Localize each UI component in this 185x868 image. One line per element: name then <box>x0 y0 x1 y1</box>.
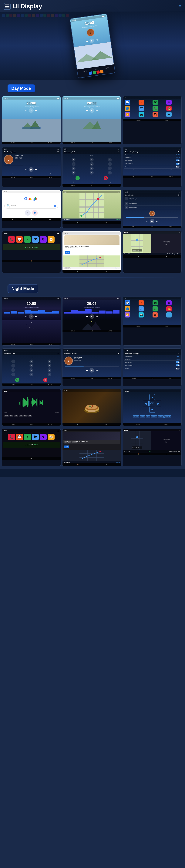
nav-n2-ac[interactable]: A/C <box>91 330 93 332</box>
wave-btn-5[interactable]: FAD <box>23 415 28 417</box>
nav-nr-home[interactable]: 🏠 <box>77 464 79 465</box>
nav-nc-ac[interactable]: A/C <box>30 384 33 385</box>
day2-prev-btn[interactable]: ⏮ <box>86 109 88 112</box>
nav-nm-auto[interactable]: AUTO <box>109 377 112 379</box>
nav-na-ac[interactable]: A/C <box>165 326 168 327</box>
day2-play-btn[interactable]: ⏸ <box>89 108 94 113</box>
prev-btn[interactable]: ⏮ <box>86 40 88 43</box>
nav-bts-auto[interactable]: AUTO <box>169 176 173 178</box>
nav-g-home[interactable]: 🏠 <box>12 219 14 220</box>
carplay-podcast[interactable]: 🎙 <box>40 236 47 243</box>
night-carplay-podcast[interactable]: 🎙 <box>40 434 47 440</box>
night-auto-connect-toggle[interactable] <box>176 365 180 366</box>
night-app-bt2[interactable]: BT <box>138 306 144 311</box>
night-app-settings[interactable]: ⚙ <box>166 300 171 305</box>
nav-play-ctrl[interactable]: ▶ <box>165 243 167 246</box>
dial-5[interactable]: 5 <box>90 162 94 166</box>
social-music-close[interactable]: ✕ <box>178 194 180 196</box>
menu-lines-icon[interactable]: ≡ <box>179 4 181 8</box>
dial-8[interactable]: 8 <box>90 166 94 170</box>
nav-left-btn[interactable]: ◀ <box>143 401 149 406</box>
nav-btc-email[interactable]: EMAIL <box>71 185 75 186</box>
google-profile-icon[interactable]: 👤 <box>32 210 38 216</box>
day1-next-btn[interactable]: ⏭ <box>35 109 37 112</box>
social-music-item-3[interactable]: ♪ 华乐_919E3.mp3 <box>124 206 181 210</box>
night-bt-call-close[interactable]: ✕ <box>57 352 59 354</box>
night-device-name-value[interactable]: CarBT <box>176 356 180 357</box>
carplay-music[interactable]: ♪ <box>24 236 31 243</box>
night-dial-9[interactable]: 9 <box>48 368 51 372</box>
night-dial-0[interactable]: 0 <box>29 373 33 376</box>
app-music[interactable]: ♪ <box>138 100 144 105</box>
bt-device-pin-value[interactable]: 0000 <box>177 157 180 158</box>
dial-2[interactable]: 2 <box>90 158 94 162</box>
nav3-email[interactable]: EMAIL <box>136 120 140 121</box>
social-prev-btn[interactable]: ⏮ <box>146 220 149 222</box>
nav-btm-email[interactable]: EMAIL <box>11 177 15 178</box>
night-dial-4[interactable]: 4 <box>11 364 15 368</box>
nav-n2-auto[interactable]: AUTO <box>109 330 112 332</box>
nav-na-email[interactable]: EMAIL <box>136 326 140 327</box>
dial-6[interactable]: 6 <box>108 162 112 166</box>
nav-nm-email[interactable]: EMAIL <box>71 377 75 379</box>
app-bt2[interactable]: BT <box>138 106 144 111</box>
dial-9[interactable]: 9 <box>108 166 112 170</box>
nav-s-auto[interactable]: AUTO <box>169 226 173 227</box>
nav-opt-5[interactable]: INFO <box>158 415 164 418</box>
night-carplay-music[interactable]: ♪ <box>24 434 31 440</box>
bt-settings-close[interactable]: ✕ <box>178 151 180 153</box>
nav-g-rec[interactable]: ⬜ <box>49 219 51 220</box>
app-wifi[interactable]: 📶 <box>125 112 130 117</box>
nav-ctrl-back[interactable]: BACK <box>164 424 168 425</box>
night-dial-8[interactable]: 8 <box>29 368 33 372</box>
bt-music-close[interactable]: ✕ <box>57 151 59 153</box>
nav-auto[interactable]: AUTO <box>48 142 52 144</box>
night2-prev-btn[interactable]: ⏮ <box>86 315 88 318</box>
hamburger-menu-icon[interactable] <box>4 3 10 10</box>
carplay-phone[interactable]: 📞 <box>8 236 15 243</box>
night-app-messages[interactable]: 💬 <box>125 300 130 305</box>
nav-up-btn[interactable]: ▲ <box>149 394 155 400</box>
nav-n-home[interactable]: 🏠 <box>137 256 139 257</box>
bt-prev-btn[interactable]: ⏮ <box>25 168 28 171</box>
night-dial-hash[interactable]: # <box>48 373 51 376</box>
social-next-btn[interactable]: ⏭ <box>156 220 158 222</box>
carplay-waze[interactable]: 🧭 <box>48 236 55 243</box>
night-auto-answer-toggle[interactable] <box>176 361 180 363</box>
nav-nc-auto[interactable]: AUTO <box>48 384 52 385</box>
social-play-btn[interactable]: ▶ <box>150 219 154 223</box>
wave-btn-6[interactable]: SUB <box>28 415 32 417</box>
night2-next-btn[interactable]: ⏭ <box>96 315 98 318</box>
carplay-messages[interactable]: 💬 <box>16 236 23 243</box>
night-call-answer[interactable]: 📞 <box>15 378 19 382</box>
nav-n1-email[interactable]: EMAIL <box>11 343 15 345</box>
app-nav[interactable]: 🗺 <box>153 100 158 105</box>
app-extra[interactable]: + <box>166 112 171 117</box>
night1-prev-btn[interactable]: ⏮ <box>25 315 28 318</box>
nav-btc-ac[interactable]: A/C <box>91 185 93 186</box>
night-bt-play[interactable]: ▶ <box>89 368 94 373</box>
day2-next-btn[interactable]: ⏭ <box>96 109 98 112</box>
night-dial-star[interactable]: * <box>11 373 15 376</box>
nav2-ac[interactable]: A/C <box>91 142 93 144</box>
night-dial-5[interactable]: 5 <box>29 364 33 368</box>
night-dial-6[interactable]: 6 <box>48 364 51 368</box>
google-search-bar[interactable]: 🔍 Search <box>4 203 58 209</box>
night-app-bt[interactable]: 🔵 <box>125 306 130 311</box>
wave-btn-1[interactable]: BASS <box>4 415 9 417</box>
nav-s-ac[interactable]: A/C <box>151 226 154 227</box>
nav-nr-back[interactable]: ◀ <box>106 464 106 465</box>
play-btn[interactable]: ⏸ <box>89 38 95 43</box>
app-messages[interactable]: 💬 <box>125 100 130 105</box>
nav-f-home[interactable]: 🏠 <box>77 424 79 425</box>
nav-nnf-back[interactable]: ◀ <box>166 453 167 455</box>
nav-nc-email[interactable]: EMAIL <box>11 384 15 385</box>
nav-ac[interactable]: A/C <box>30 142 33 144</box>
nav-m-back[interactable]: ◀ <box>106 221 106 223</box>
social-music-item-2[interactable]: ♪ 华乐_919E2.mp3 <box>124 201 181 206</box>
nav-w-email[interactable]: EMAIL <box>11 424 15 425</box>
nav-n1-ac[interactable]: A/C <box>30 343 33 345</box>
nav-w-auto[interactable]: AUTO <box>48 424 52 425</box>
night-call-hang[interactable]: 📵 <box>43 378 47 382</box>
nav-nm-ac[interactable]: A/C <box>91 377 93 379</box>
